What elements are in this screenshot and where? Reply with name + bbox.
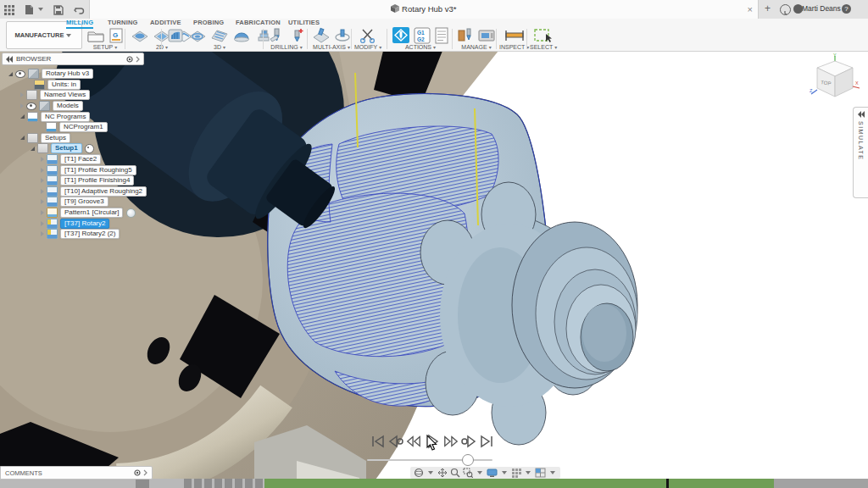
caret-collapsed-icon[interactable] [41,231,44,236]
browser-item-label[interactable]: Rotary Hub v3 [42,69,93,79]
rotary-icon[interactable] [334,27,351,44]
timeline-simulated-range[interactable] [264,479,774,488]
caret-collapsed-icon[interactable] [41,210,44,215]
caret-expanded-icon[interactable] [20,136,25,140]
timeline-remaining-range[interactable] [774,479,868,488]
grid-settings-icon[interactable] [511,468,521,478]
browser-item-profile-roughing5[interactable]: [T1] Profile Roughing5 [2,164,180,175]
browser-item-label[interactable]: NC Programs [41,112,90,122]
browser-item-label[interactable]: NCProgram1 [59,122,108,132]
pocket-clearing-icon[interactable] [188,27,207,44]
help-icon[interactable]: ? [842,4,851,14]
drill-icon[interactable] [268,27,285,44]
collapse-panel-icon[interactable] [6,56,13,63]
previous-operation-button[interactable] [388,433,403,450]
document-tab[interactable]: Rotary Hub v3* × [89,0,759,19]
tool-library-icon[interactable] [457,27,474,44]
simulate-icon[interactable] [392,26,410,44]
simulation-slider-handle[interactable] [462,454,474,466]
viewports-caret-icon[interactable] [550,471,555,474]
viewports-icon[interactable] [535,468,546,478]
browser-item-groove3[interactable]: [T9] Groove3 [2,197,180,208]
go-to-start-button[interactable] [370,433,386,450]
browser-item-label[interactable]: [T9] Groove3 [60,197,108,207]
window-select-icon[interactable] [533,27,554,44]
browser-item-label[interactable]: Models [53,101,83,111]
browser-item-label[interactable]: [T37] Rotary2 [60,219,109,229]
orbit-caret-icon[interactable] [428,471,433,474]
timeline-segment[interactable] [136,479,149,488]
panel-chevron-icon[interactable] [136,56,140,63]
go-to-end-button[interactable] [479,433,494,450]
browser-item-adaptive-roughing2[interactable]: [T10] Adaptive Roughing2 [2,186,180,197]
suppress-globe-icon[interactable] [126,208,136,218]
new-tab-icon[interactable]: + [765,3,771,14]
group-label-actions[interactable]: ACTIONS [390,44,451,50]
next-operation-button[interactable] [461,433,476,450]
browser-item-profile-finishing4[interactable]: [T1] Profile Finishing4 [2,175,180,186]
group-label-modify[interactable]: MODIFY [354,44,381,50]
timeline-playhead[interactable] [666,479,669,488]
display-caret-icon[interactable] [502,471,507,474]
grid-caret-icon[interactable] [526,471,531,474]
group-label-inspect[interactable]: INSPECT [499,44,529,50]
pan-icon[interactable] [437,468,448,478]
timeline-segment[interactable] [184,479,192,488]
timeline-segment[interactable] [214,479,222,488]
setup-sheet-icon[interactable] [434,27,449,44]
caret-expanded-icon[interactable] [20,114,25,119]
thread-icon[interactable] [288,27,305,44]
group-label-manage[interactable]: MANAGE [455,44,498,50]
zoom-window-icon[interactable] [463,468,473,478]
post-process-icon[interactable]: G1G2 [414,27,431,44]
zoom-caret-icon[interactable] [477,471,482,474]
measure-icon[interactable] [504,27,525,44]
adaptive-clearing-icon[interactable] [166,27,185,44]
collapse-panel-icon[interactable] [858,111,865,118]
timeline-segment[interactable] [225,479,232,488]
comments-bar[interactable]: COMMENTS [0,466,153,480]
swarf-icon[interactable] [312,27,331,44]
group-label-3d[interactable]: 3D [164,44,275,50]
close-tab-icon[interactable]: × [748,3,753,16]
caret-collapsed-icon[interactable] [41,199,44,204]
file-menu-caret-icon[interactable] [38,8,43,11]
browser-item-units[interactable]: Units: in [2,80,180,91]
timeline-segment[interactable] [235,479,242,488]
zoom-icon[interactable] [450,468,460,478]
job-status-icon[interactable] [780,4,791,15]
caret-expanded-icon[interactable] [31,147,35,151]
2d-pocket-icon[interactable] [131,27,149,44]
machine-icon[interactable] [477,27,496,44]
browser-item-ncprogram1[interactable]: NCProgram1 [2,122,180,133]
save-icon[interactable] [53,3,64,19]
browser-item-label[interactable]: [T1] Profile Roughing5 [60,165,136,175]
parallel-icon[interactable] [210,27,229,44]
timeline-segment[interactable] [194,479,202,488]
group-label-select[interactable]: SELECT [530,44,557,50]
browser-item-label[interactable]: [T1] Face2 [60,154,101,164]
operations-timeline[interactable] [0,479,868,488]
browser-item-nc-programs[interactable]: NC Programs [2,111,180,122]
browser-item-face2[interactable]: [T1] Face2 [2,154,180,165]
app-grid-icon[interactable] [4,3,14,19]
caret-expanded-icon[interactable] [8,72,13,76]
timeline-segment[interactable] [204,479,212,488]
view-cube[interactable]: Y TOP X Z [809,53,861,105]
scissors-icon[interactable] [359,27,376,44]
orbit-icon[interactable] [414,468,424,478]
browser-item-rotary2-2[interactable]: [T37] Rotary2 (2) [2,229,180,240]
caret-collapsed-icon[interactable] [41,178,44,183]
browser-item-label[interactable]: [T37] Rotary2 (2) [60,229,120,239]
browser-item-label[interactable]: [T1] Profile Finishing4 [60,175,134,186]
scallop-icon[interactable] [232,27,251,44]
group-label-multi-axis[interactable]: MULTI-AXIS [310,44,353,50]
ncprogram-icon[interactable]: G [108,27,124,44]
caret-collapsed-icon[interactable] [20,103,24,108]
comments-dot-icon[interactable] [134,469,141,476]
step-forward-button[interactable] [443,433,459,450]
undo-icon[interactable] [74,3,85,19]
browser-item-named-views[interactable]: Named Views [2,90,180,101]
browser-item-setup1[interactable]: Setup1 [2,143,180,154]
caret-collapsed-icon[interactable] [41,168,44,173]
